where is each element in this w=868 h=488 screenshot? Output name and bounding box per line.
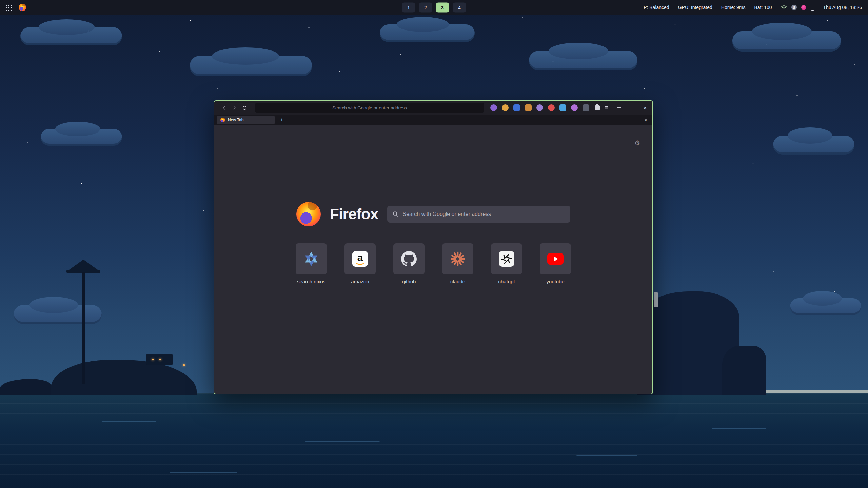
cloud — [20, 27, 122, 45]
shortcut-label: youtube — [540, 279, 571, 284]
amazon-letter: a — [357, 253, 363, 262]
extension-icon-6[interactable] — [548, 104, 555, 111]
minimize-icon — [617, 107, 621, 108]
personalize-gear-icon[interactable]: ⚙ — [634, 139, 640, 147]
lit-window — [159, 359, 161, 360]
shortcut-label: claude — [442, 279, 473, 284]
shortcut-tile[interactable]: a — [344, 243, 376, 274]
forward-button[interactable] — [229, 103, 239, 113]
shortcut-tile[interactable] — [442, 243, 473, 274]
battery-status: Bat: 100 — [754, 5, 772, 10]
wave — [305, 441, 380, 442]
firefox-window: Search with Google or enter address ≡ × — [214, 100, 653, 394]
desktop: 1 2 3 4 P: Balanced GPU: Integrated Home… — [0, 0, 868, 488]
shortcut-youtube[interactable]: youtube — [540, 243, 571, 284]
wifi-icon[interactable] — [781, 5, 787, 10]
tab-new-tab[interactable]: New Tab — [217, 116, 275, 124]
extension-icon-5[interactable] — [536, 104, 543, 111]
shortcut-label: amazon — [344, 279, 376, 284]
wave — [102, 421, 156, 422]
newtab-search[interactable] — [387, 206, 570, 223]
status-icons: B — [781, 5, 814, 11]
shortcut-tile[interactable] — [393, 243, 425, 274]
github-icon — [401, 251, 417, 267]
shortcuts-row: search.nixos a amazon — [214, 243, 652, 284]
window-controls: × — [616, 104, 649, 111]
cloud — [732, 31, 841, 52]
close-button[interactable]: × — [642, 104, 649, 111]
extension-toolbar — [490, 104, 589, 111]
shortcut-chatgpt[interactable]: chatgpt — [491, 243, 522, 284]
workspace-switcher: 1 2 3 4 — [402, 3, 466, 13]
shortcut-tile[interactable] — [491, 243, 522, 274]
wave — [712, 428, 766, 429]
wave — [170, 472, 237, 473]
amazon-icon: a — [352, 251, 368, 267]
firefox-logo — [296, 202, 321, 226]
tab-list-button[interactable]: ▾ — [642, 118, 650, 123]
minimize-button[interactable] — [616, 104, 623, 111]
top-bar: 1 2 3 4 P: Balanced GPU: Integrated Home… — [0, 0, 868, 15]
shortcut-label: github — [393, 279, 425, 284]
workspace-3[interactable]: 3 — [436, 3, 449, 13]
bluetooth-icon[interactable]: B — [791, 5, 797, 10]
shortcut-search-nixos[interactable]: search.nixos — [296, 243, 327, 284]
newtab-search-input[interactable] — [403, 211, 565, 217]
extension-icon-2[interactable] — [502, 104, 509, 111]
ping-status: Home: 9ms — [721, 5, 746, 10]
extension-icon-8[interactable] — [571, 104, 578, 111]
new-tab-button[interactable]: + — [277, 116, 286, 124]
workspace-2[interactable]: 2 — [419, 3, 432, 13]
top-bar-left — [0, 4, 26, 11]
extensions-icon[interactable] — [595, 105, 600, 110]
watchtower-roof — [69, 260, 98, 270]
newtab-hero: Firefox — [214, 202, 652, 226]
extension-icon-1[interactable] — [490, 104, 497, 111]
maximize-button[interactable] — [629, 104, 636, 111]
nixos-icon — [303, 250, 320, 267]
new-tab-page: ⚙ Firefox — [214, 125, 652, 394]
browser-toolbar: Search with Google or enter address ≡ × — [214, 101, 652, 115]
search-icon — [393, 211, 399, 217]
magenta-status-icon[interactable] — [801, 5, 806, 10]
cloud — [773, 136, 854, 155]
cloud — [380, 24, 475, 42]
cloud — [41, 129, 122, 146]
menu-button[interactable]: ≡ — [605, 105, 608, 111]
extension-icon-7[interactable] — [559, 104, 566, 111]
chatgpt-icon — [499, 251, 514, 267]
firefox-icon[interactable] — [19, 4, 26, 11]
shortcut-label: search.nixos — [296, 279, 327, 284]
workspace-4[interactable]: 4 — [453, 3, 466, 13]
maximize-icon — [631, 106, 634, 109]
tab-title: New Tab — [228, 118, 243, 122]
shortcut-label: chatgpt — [491, 279, 522, 284]
tab-bar: New Tab + ▾ — [214, 115, 652, 125]
island-right-ledge — [722, 346, 766, 395]
shortcut-tile[interactable] — [540, 243, 571, 274]
urlbar[interactable]: Search with Google or enter address — [255, 103, 484, 113]
youtube-icon — [547, 253, 564, 265]
back-button[interactable] — [219, 103, 229, 113]
shortcut-tile[interactable] — [296, 243, 327, 274]
watchtower-pole — [82, 272, 85, 384]
amazon-smile — [356, 262, 364, 265]
shortcut-github[interactable]: github — [393, 243, 425, 284]
lit-window — [183, 364, 185, 366]
reload-button[interactable] — [239, 103, 250, 113]
lit-window — [152, 359, 154, 360]
workspace-1[interactable]: 1 — [402, 3, 415, 13]
shortcut-claude[interactable]: claude — [442, 243, 473, 284]
extension-icon-4[interactable] — [525, 104, 532, 111]
shortcut-amazon[interactable]: a amazon — [344, 243, 376, 284]
gpu-status: GPU: Integrated — [678, 5, 712, 10]
firefox-wordmark: Firefox — [330, 205, 378, 223]
display-icon[interactable] — [811, 5, 814, 11]
extension-icon-3[interactable] — [513, 104, 520, 111]
extension-icon-9[interactable] — [583, 104, 589, 111]
apps-grid-icon[interactable] — [5, 4, 12, 11]
cloud — [190, 56, 312, 76]
cloud — [790, 298, 861, 315]
cloud — [529, 51, 637, 70]
rocks-left — [0, 379, 51, 395]
